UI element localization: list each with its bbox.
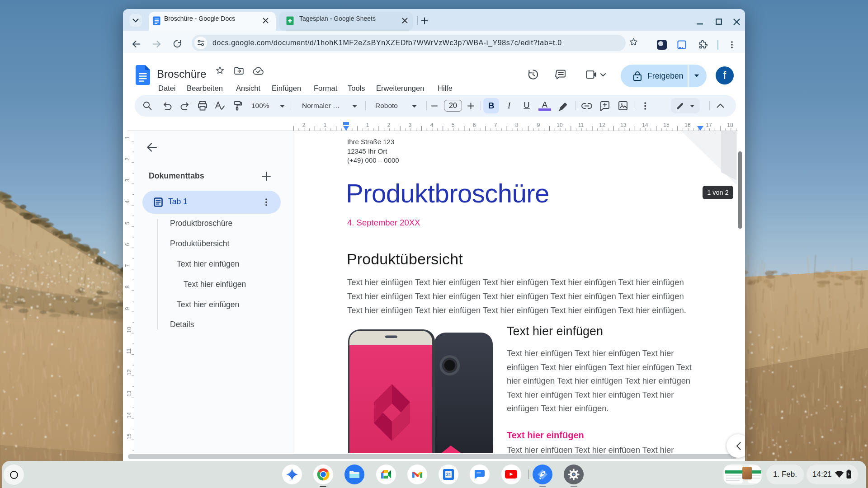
svg-text:31: 31 bbox=[446, 472, 451, 477]
